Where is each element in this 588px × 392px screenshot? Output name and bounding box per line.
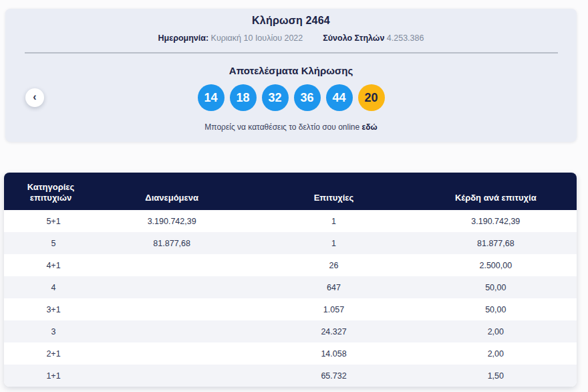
table-row: 3 24.327 2,00 (4, 320, 577, 342)
prize-cell: 81.877,68 (415, 239, 577, 248)
total-columns-value: 4.253.386 (387, 33, 424, 43)
table-row: 2+1 14.058 2,00 (4, 342, 577, 365)
column-header-3: Κέρδη ανά επιτυχία (415, 193, 577, 210)
number-ball: 36 (294, 84, 321, 111)
category-cell: 4 (4, 283, 91, 292)
prize-cell: 2.500,00 (415, 261, 577, 270)
page: Κλήρωση 2464 Ημερομηνία: Κυριακή 10 Ιουλ… (0, 0, 588, 392)
winners-cell: 26 (253, 261, 414, 270)
winners-cell: 1 (253, 217, 414, 226)
column-header-1: Διανεμόμενα (91, 193, 253, 210)
category-cell: 3+1 (4, 305, 91, 314)
results-table: Κατηγορίες επιτυχιώνΔιανεμόμεναΕπιτυχίες… (4, 173, 577, 387)
prize-cell: 50,00 (415, 283, 577, 292)
table-row: 4+1 26 2.500,00 (4, 254, 577, 276)
number-ball: 14 (198, 84, 225, 111)
results-title: Αποτελέσματα Κλήρωσης (5, 64, 577, 78)
table-row: 5 81.877,68 1 81.877,68 (4, 232, 577, 254)
dividend-cell: 81.877,68 (91, 239, 253, 248)
category-cell: 5+1 (4, 217, 91, 226)
numbers-row: 141832364420 (5, 84, 577, 111)
prize-cell: 2,00 (415, 327, 577, 336)
category-cell: 5 (4, 239, 91, 248)
online-note-text: Μπορείς να καταθέσεις το δελτίο σου onli… (204, 122, 359, 132)
prize-cell: 50,00 (415, 305, 577, 314)
winners-cell: 647 (253, 283, 414, 292)
category-cell: 3 (4, 327, 91, 336)
table-row: 1+1 65.732 1,50 (4, 365, 577, 387)
table-row: 3+1 1.057 50,00 (4, 298, 577, 320)
total-columns: Σύνολο Στηλών 4.253.386 (323, 33, 424, 43)
draw-meta-row: Ημερομηνία: Κυριακή 10 Ιουλίου 2022 Σύνο… (5, 33, 577, 43)
winners-cell: 1.057 (253, 305, 414, 314)
winners-cell: 1 (253, 239, 414, 248)
dividend-cell: 3.190.742,39 (91, 217, 253, 226)
prize-cell: 1,50 (415, 371, 577, 381)
prize-cell: 2,00 (415, 349, 577, 359)
table-body: 5+1 3.190.742,39 1 3.190.742,39 5 81.877… (4, 210, 577, 387)
prize-cell: 3.190.742,39 (415, 217, 577, 226)
bonus-number-ball: 20 (358, 84, 385, 111)
number-ball: 44 (326, 84, 353, 111)
number-ball: 18 (230, 84, 257, 111)
category-cell: 2+1 (4, 349, 91, 359)
total-columns-label: Σύνολο Στηλών (323, 33, 384, 43)
draw-date: Ημερομηνία: Κυριακή 10 Ιουλίου 2022 (158, 33, 303, 43)
column-header-0: Κατηγορίες επιτυχιών (4, 182, 91, 210)
column-header-2: Επιτυχίες (253, 193, 414, 210)
draw-summary-card: Κλήρωση 2464 Ημερομηνία: Κυριακή 10 Ιουλ… (5, 9, 577, 142)
category-cell: 1+1 (4, 371, 91, 381)
draw-date-value: Κυριακή 10 Ιουλίου 2022 (211, 33, 303, 43)
table-row: 4 647 50,00 (4, 276, 577, 298)
category-cell: 4+1 (4, 261, 91, 270)
online-note-link[interactable]: εδώ (362, 122, 378, 132)
online-note: Μπορείς να καταθέσεις το δελτίο σου onli… (5, 122, 577, 132)
table-row: 5+1 3.190.742,39 1 3.190.742,39 (4, 210, 577, 232)
draw-title: Κλήρωση 2464 (5, 14, 577, 27)
draw-date-label: Ημερομηνία: (158, 33, 209, 43)
divider (25, 52, 558, 54)
winners-cell: 65.732 (253, 371, 414, 381)
chevron-left-icon: ‹ (33, 92, 36, 102)
number-ball: 32 (262, 84, 289, 111)
table-header-row: Κατηγορίες επιτυχιώνΔιανεμόμεναΕπιτυχίες… (4, 173, 577, 210)
winners-cell: 24.327 (253, 327, 414, 336)
previous-draw-button[interactable]: ‹ (25, 88, 44, 107)
winners-cell: 14.058 (253, 349, 414, 359)
